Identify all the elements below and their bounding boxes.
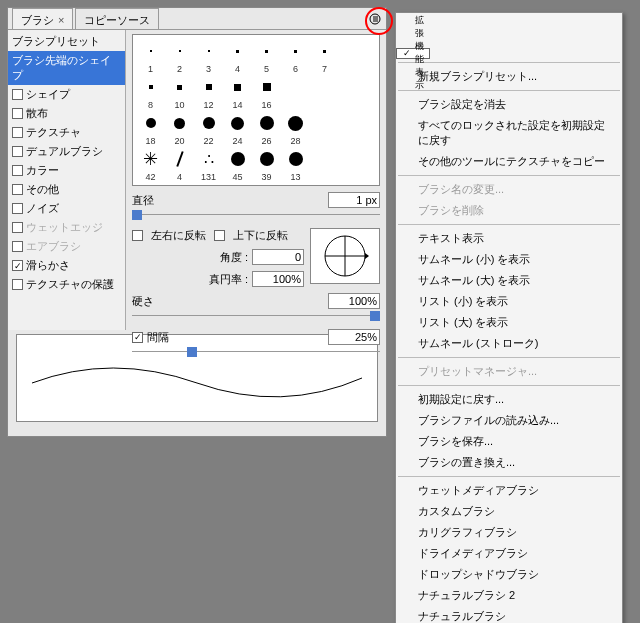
menu-item-その他のツールにテクスチャをコピー[interactable]: その他のツールにテクスチャをコピー (396, 151, 622, 172)
sidebar-checkbox[interactable] (12, 146, 23, 157)
sidebar-checkbox[interactable] (12, 222, 23, 233)
brush-tip-cell[interactable]: 20 (165, 110, 194, 146)
menu-item-ブラシファイルの読み込み...[interactable]: ブラシファイルの読み込み... (396, 410, 622, 431)
sidebar-item-デュアルブラシ[interactable]: デュアルブラシ (8, 142, 125, 161)
brush-tip-cell[interactable]: 13 (281, 146, 310, 182)
menu-item-ブラシ設定を消去[interactable]: ブラシ設定を消去 (396, 94, 622, 115)
sidebar-item-滑らかさ[interactable]: ✓滑らかさ (8, 256, 125, 275)
menu-item-ブラシの置き換え...[interactable]: ブラシの置き換え... (396, 452, 622, 473)
menu-item-ナチュラルブラシ[interactable]: ナチュラルブラシ (396, 606, 622, 624)
brush-tip-cell[interactable]: 4 (223, 38, 252, 74)
sidebar-item-その他[interactable]: その他 (8, 180, 125, 199)
roundness-label: 真円率 : (209, 272, 248, 287)
menu-item-ナチュラルブラシ 2[interactable]: ナチュラルブラシ 2 (396, 585, 622, 606)
brush-tip-cell[interactable]: 26 (252, 110, 281, 146)
sidebar-checkbox[interactable] (12, 184, 23, 195)
menu-item-ドロップシャドウブラシ[interactable]: ドロップシャドウブラシ (396, 564, 622, 585)
angle-input[interactable] (252, 249, 304, 265)
sidebar-checkbox[interactable] (12, 127, 23, 138)
sidebar-checkbox[interactable] (12, 279, 23, 290)
brush-panel: ブラシ× コピーソース ブラシプリセットブラシ先端のシェイプシェイプ散布テクスチ… (7, 7, 387, 437)
menu-item-初期設定に戻す...[interactable]: 初期設定に戻す... (396, 389, 622, 410)
brush-tip-cell[interactable]: 2 (165, 38, 194, 74)
sidebar-label: 滑らかさ (26, 258, 70, 273)
brush-tip-cell[interactable]: 16 (252, 74, 281, 110)
brush-tip-cell[interactable] (281, 74, 310, 110)
close-icon[interactable]: × (58, 14, 64, 26)
brush-tip-cell[interactable]: 39 (252, 146, 281, 182)
sidebar-item-ノイズ[interactable]: ノイズ (8, 199, 125, 218)
menu-item-サムネール (ストローク)[interactable]: サムネール (ストローク) (396, 333, 622, 354)
sidebar-label: 散布 (26, 106, 48, 121)
sidebar-item-テクスチャ[interactable]: テクスチャ (8, 123, 125, 142)
sidebar-item-ブラシプリセット[interactable]: ブラシプリセット (8, 32, 125, 51)
brush-tip-cell[interactable]: ∴131 (194, 146, 223, 182)
brush-tip-cell[interactable]: 6 (281, 38, 310, 74)
angle-widget[interactable] (310, 228, 380, 284)
spacing-checkbox[interactable]: ✓ (132, 332, 143, 343)
brush-tip-cell[interactable]: 24 (223, 110, 252, 146)
brush-tip-cell[interactable] (310, 146, 339, 182)
brush-tip-cell[interactable]: 3 (194, 38, 223, 74)
menu-item-サムネール (大) を表示[interactable]: サムネール (大) を表示 (396, 270, 622, 291)
menu-item-拡張機能表示[interactable]: 拡張機能表示 (396, 48, 430, 59)
sidebar-label: その他 (26, 182, 59, 197)
brush-tip-cell[interactable]: 7 (310, 38, 339, 74)
brush-tip-cell[interactable]: 1 (136, 38, 165, 74)
brush-tip-cell[interactable]: 4 (165, 146, 194, 182)
brush-tip-cell[interactable]: 45 (223, 146, 252, 182)
menu-item-テキスト表示[interactable]: テキスト表示 (396, 228, 622, 249)
sidebar-item-ウェットエッジ[interactable]: ウェットエッジ (8, 218, 125, 237)
brush-tip-cell[interactable]: 5 (252, 38, 281, 74)
brush-tip-cell[interactable]: 10 (165, 74, 194, 110)
sidebar-item-シェイプ[interactable]: シェイプ (8, 85, 125, 104)
brush-tip-cell[interactable] (310, 110, 339, 146)
tab-brush[interactable]: ブラシ× (12, 8, 73, 29)
menu-item-すべてのロックされた設定を初期設定に戻す[interactable]: すべてのロックされた設定を初期設定に戻す (396, 115, 622, 151)
flip-x-checkbox[interactable] (132, 230, 143, 241)
sidebar-checkbox[interactable] (12, 108, 23, 119)
sidebar-checkbox[interactable] (12, 241, 23, 252)
sidebar-label: ウェットエッジ (26, 220, 103, 235)
sidebar-checkbox[interactable] (12, 165, 23, 176)
menu-item-カスタムブラシ[interactable]: カスタムブラシ (396, 501, 622, 522)
menu-item-リスト (小) を表示[interactable]: リスト (小) を表示 (396, 291, 622, 312)
menu-item-ウェットメディアブラシ[interactable]: ウェットメディアブラシ (396, 480, 622, 501)
brush-tip-cell[interactable]: 12 (194, 74, 223, 110)
hardness-slider[interactable] (132, 309, 380, 323)
sidebar-item-テクスチャの保護[interactable]: テクスチャの保護 (8, 275, 125, 294)
brush-tip-cell[interactable]: 18 (136, 110, 165, 146)
flip-x-label: 左右に反転 (151, 228, 206, 243)
brush-tip-cell[interactable]: 28 (281, 110, 310, 146)
hardness-input[interactable] (328, 293, 380, 309)
menu-item-リスト (大) を表示[interactable]: リスト (大) を表示 (396, 312, 622, 333)
menu-item-新規ブラシプリセット...[interactable]: 新規ブラシプリセット... (396, 66, 622, 87)
sidebar-checkbox[interactable] (12, 203, 23, 214)
spacing-slider[interactable] (132, 345, 380, 359)
brush-sidebar: ブラシプリセットブラシ先端のシェイプシェイプ散布テクスチャデュアルブラシカラーそ… (8, 30, 126, 330)
menu-item-サムネール (小) を表示[interactable]: サムネール (小) を表示 (396, 249, 622, 270)
sidebar-item-散布[interactable]: 散布 (8, 104, 125, 123)
brush-tip-cell[interactable]: ✳42 (136, 146, 165, 182)
sidebar-item-エアブラシ[interactable]: エアブラシ (8, 237, 125, 256)
menu-item-ブラシを保存...[interactable]: ブラシを保存... (396, 431, 622, 452)
sidebar-item-カラー[interactable]: カラー (8, 161, 125, 180)
brush-tip-cell[interactable] (310, 74, 339, 110)
sidebar-checkbox[interactable] (12, 89, 23, 100)
roundness-input[interactable] (252, 271, 304, 287)
brush-tip-cell[interactable]: 8 (136, 74, 165, 110)
flip-y-checkbox[interactable] (214, 230, 225, 241)
sidebar-label: ブラシ先端のシェイプ (12, 53, 121, 83)
sidebar-label: テクスチャの保護 (26, 277, 114, 292)
panel-menu-button[interactable] (368, 12, 382, 26)
menu-item-ドライメディアブラシ[interactable]: ドライメディアブラシ (396, 543, 622, 564)
brush-tip-cell[interactable]: 22 (194, 110, 223, 146)
tab-clone-source[interactable]: コピーソース (75, 8, 159, 29)
sidebar-item-ブラシ先端のシェイプ[interactable]: ブラシ先端のシェイプ (8, 51, 125, 85)
brush-tip-grid[interactable]: 1234567810121416182022242628✳424∴1314539… (132, 34, 380, 186)
menu-item-カリグラフィブラシ[interactable]: カリグラフィブラシ (396, 522, 622, 543)
diameter-slider[interactable] (132, 208, 380, 222)
brush-tip-cell[interactable]: 14 (223, 74, 252, 110)
sidebar-checkbox[interactable]: ✓ (12, 260, 23, 271)
diameter-input[interactable] (328, 192, 380, 208)
